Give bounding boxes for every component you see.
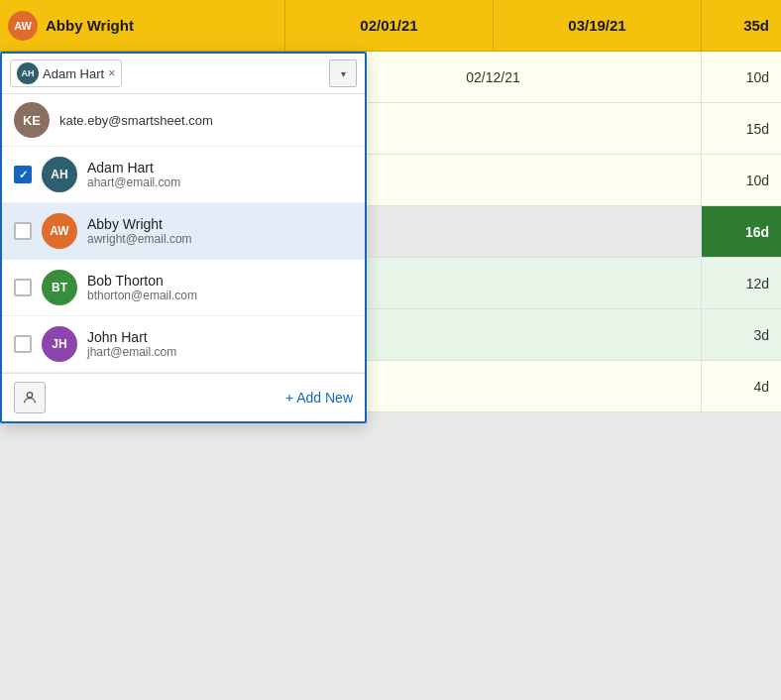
partial-avatar: KE bbox=[14, 102, 50, 138]
checkbox-john-hart[interactable] bbox=[14, 335, 32, 353]
list-item-abby-wright[interactable]: AW Abby Wright awright@email.com bbox=[2, 203, 365, 260]
row-days: 12d bbox=[702, 258, 781, 308]
contact-dropdown: AH Adam Hart × ▾ KE kate.eby@smartsheet.… bbox=[0, 52, 367, 423]
contact-name: Abby Wright bbox=[87, 216, 192, 232]
row-days: 3d bbox=[702, 309, 781, 360]
header-date1-cell: 02/01/21 bbox=[285, 0, 494, 52]
dropdown-arrow-button[interactable]: ▾ bbox=[329, 59, 357, 87]
contact-name: Adam Hart bbox=[87, 160, 180, 175]
row-days: 4d bbox=[702, 361, 781, 411]
avatar-abby-wright: AW bbox=[42, 213, 77, 249]
manage-contacts-button[interactable] bbox=[14, 382, 46, 413]
selected-contact-tag[interactable]: AH Adam Hart × bbox=[10, 59, 122, 87]
contact-info-bob-thorton: Bob Thorton bthorton@email.com bbox=[87, 273, 197, 302]
header-main-cell: AW Abby Wright bbox=[0, 0, 285, 52]
row-days: 15d bbox=[702, 103, 781, 154]
contact-name: John Hart bbox=[87, 329, 176, 345]
add-new-link[interactable]: + Add New bbox=[285, 390, 353, 406]
row-days: 10d bbox=[702, 155, 781, 205]
contact-info-abby-wright: Abby Wright awright@email.com bbox=[87, 216, 192, 246]
tag-avatar: AH bbox=[17, 62, 39, 84]
row-days: 16d bbox=[702, 206, 781, 257]
contact-email: jhart@email.com bbox=[87, 345, 176, 359]
contact-name: Bob Thorton bbox=[87, 273, 197, 289]
avatar-adam-hart: AH bbox=[42, 157, 77, 192]
partial-email: kate.eby@smartsheet.com bbox=[59, 113, 213, 128]
contact-email: awright@email.com bbox=[87, 232, 192, 246]
tag-name: Adam Hart bbox=[43, 66, 104, 81]
svg-point-0 bbox=[27, 393, 32, 398]
header-days-cell: 35d bbox=[702, 0, 781, 52]
contact-info-adam-hart: Adam Hart ahart@email.com bbox=[87, 160, 180, 189]
header-date2-cell: 03/19/21 bbox=[494, 0, 702, 52]
header-avatar: AW bbox=[8, 11, 38, 41]
list-item-john-hart[interactable]: JH John Hart jhart@email.com bbox=[2, 316, 365, 373]
contact-info-john-hart: John Hart jhart@email.com bbox=[87, 329, 176, 359]
avatar-bob-thorton: BT bbox=[42, 270, 77, 305]
dropdown-footer: + Add New bbox=[2, 373, 365, 421]
header-row: AW Abby Wright 02/01/21 03/19/21 35d bbox=[0, 0, 781, 52]
dropdown-input-bar[interactable]: AH Adam Hart × ▾ bbox=[2, 54, 365, 94]
tag-close-button[interactable]: × bbox=[108, 67, 115, 79]
avatar-john-hart: JH bbox=[42, 326, 77, 362]
list-item-bob-thorton[interactable]: BT Bob Thorton bthorton@email.com bbox=[2, 260, 365, 316]
contact-email: ahart@email.com bbox=[87, 175, 180, 189]
partial-contact-row: KE kate.eby@smartsheet.com bbox=[2, 94, 365, 147]
header-person-name: Abby Wright bbox=[46, 17, 134, 34]
checkbox-bob-thorton[interactable] bbox=[14, 279, 32, 296]
list-item-adam-hart[interactable]: AH Adam Hart ahart@email.com bbox=[2, 147, 365, 203]
checkbox-adam-hart[interactable] bbox=[14, 166, 32, 183]
checkbox-abby-wright[interactable] bbox=[14, 222, 32, 240]
row-days: 10d bbox=[702, 52, 781, 102]
contact-email: bthorton@email.com bbox=[87, 289, 197, 302]
